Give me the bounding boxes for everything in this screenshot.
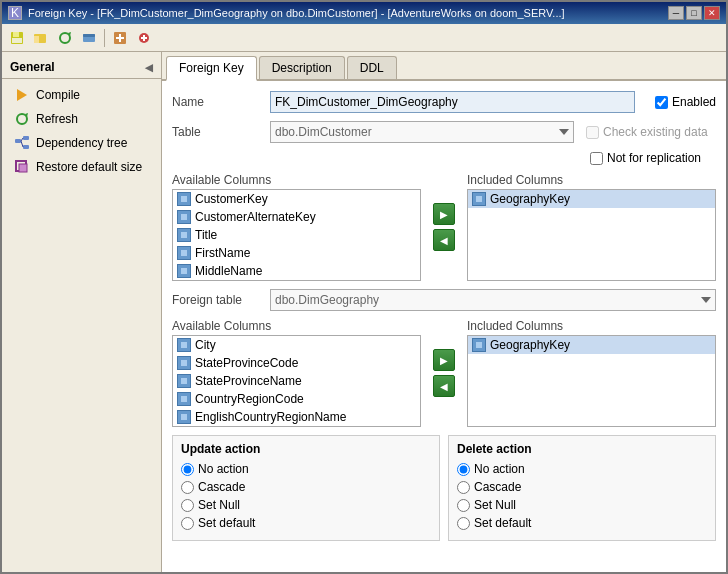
list-item[interactable]: CountryRegionCode: [173, 390, 420, 408]
tab-ddl[interactable]: DDL: [347, 56, 397, 79]
update-no-action-option[interactable]: No action: [181, 462, 431, 476]
toolbar-open-button[interactable]: [30, 27, 52, 49]
column-icon: [472, 338, 486, 352]
bottom-available-panel: Available Columns City StateProvinceCode: [172, 319, 421, 427]
sidebar-item-restore[interactable]: Restore default size: [2, 155, 161, 179]
dependency-icon: [14, 135, 30, 151]
move-left-bottom-button[interactable]: ◀: [433, 375, 455, 397]
delete-cascade-option[interactable]: Cascade: [457, 480, 707, 494]
minimize-button[interactable]: ─: [668, 6, 684, 20]
toolbar-save-button[interactable]: [6, 27, 28, 49]
toolbar-refresh-button[interactable]: [54, 27, 76, 49]
list-item[interactable]: EnglishCountryRegionName: [173, 408, 420, 426]
column-icon: [177, 356, 191, 370]
column-icon: [177, 228, 191, 242]
column-icon: [177, 192, 191, 206]
toolbar-btn5[interactable]: [109, 27, 131, 49]
check-existing-checkbox[interactable]: [586, 126, 599, 139]
svg-rect-26: [181, 196, 187, 202]
move-right-bottom-button[interactable]: ▶: [433, 349, 455, 371]
list-item[interactable]: MiddleName: [173, 262, 420, 280]
delete-setdefault-option[interactable]: Set default: [457, 516, 707, 530]
sidebar-item-dependency[interactable]: Dependency tree: [2, 131, 161, 155]
foreign-table-select[interactable]: dbo.DimGeography: [270, 289, 716, 311]
close-button[interactable]: ✕: [704, 6, 720, 20]
delete-setdefault-radio[interactable]: [457, 517, 470, 530]
svg-marker-16: [17, 89, 27, 101]
compile-icon: [14, 87, 30, 103]
sidebar-item-label-restore: Restore default size: [36, 160, 142, 174]
action-sections: Update action No action Cascade Set Null: [172, 435, 716, 541]
list-item[interactable]: CustomerKey: [173, 190, 420, 208]
delete-no-action-radio[interactable]: [457, 463, 470, 476]
update-setdefault-radio[interactable]: [181, 517, 194, 530]
top-columns-section: Available Columns CustomerKey CustomerAl…: [172, 173, 716, 281]
list-item[interactable]: StateProvinceName: [173, 372, 420, 390]
list-item[interactable]: StateProvinceCode: [173, 354, 420, 372]
update-action-title: Update action: [181, 442, 431, 456]
top-available-list[interactable]: CustomerKey CustomerAlternateKey Title: [172, 189, 421, 281]
move-left-top-button[interactable]: ◀: [433, 229, 455, 251]
toolbar-back-button[interactable]: [78, 27, 100, 49]
svg-rect-3: [13, 32, 19, 37]
update-cascade-radio[interactable]: [181, 481, 194, 494]
not-for-replication-checkbox[interactable]: [590, 152, 603, 165]
sidebar-item-compile[interactable]: Compile: [2, 83, 161, 107]
list-item[interactable]: CustomerAlternateKey: [173, 208, 420, 226]
list-item[interactable]: FirstName: [173, 244, 420, 262]
enabled-label: Enabled: [672, 95, 716, 109]
not-for-replication-row: Not for replication: [586, 151, 716, 165]
sidebar-item-refresh[interactable]: Refresh: [2, 107, 161, 131]
svg-rect-9: [83, 34, 95, 37]
bottom-available-list[interactable]: City StateProvinceCode StateProvinceName: [172, 335, 421, 427]
delete-setnull-radio[interactable]: [457, 499, 470, 512]
delete-no-action-label: No action: [474, 462, 525, 476]
toolbar-btn6[interactable]: [133, 27, 155, 49]
update-setnull-radio[interactable]: [181, 499, 194, 512]
delete-action-title: Delete action: [457, 442, 707, 456]
table-label: Table: [172, 125, 262, 139]
svg-rect-24: [19, 164, 27, 172]
name-input[interactable]: [270, 91, 635, 113]
update-action-section: Update action No action Cascade Set Null: [172, 435, 440, 541]
toolbar: [2, 24, 726, 52]
sidebar-item-label-dependency: Dependency tree: [36, 136, 127, 150]
svg-rect-30: [181, 232, 187, 238]
name-row: Name Enabled: [172, 91, 716, 113]
delete-cascade-label: Cascade: [474, 480, 521, 494]
table-select[interactable]: dbo.DimCustomer: [270, 121, 574, 143]
update-cascade-option[interactable]: Cascade: [181, 480, 431, 494]
tab-description[interactable]: Description: [259, 56, 345, 79]
svg-rect-4: [12, 38, 22, 43]
tabs-bar: Foreign Key Description DDL: [162, 52, 726, 81]
sidebar-collapse-button[interactable]: ◀: [145, 62, 153, 73]
window-title: Foreign Key - [FK_DimCustomer_DimGeograp…: [28, 7, 565, 19]
top-included-label: Included Columns: [467, 173, 716, 187]
update-cascade-label: Cascade: [198, 480, 245, 494]
column-icon: [177, 374, 191, 388]
enabled-checkbox-row: Enabled: [655, 95, 716, 109]
update-no-action-radio[interactable]: [181, 463, 194, 476]
maximize-button[interactable]: □: [686, 6, 702, 20]
list-item[interactable]: GeographyKey: [468, 190, 715, 208]
list-item[interactable]: GeographyKey: [468, 336, 715, 354]
delete-setnull-option[interactable]: Set Null: [457, 498, 707, 512]
delete-no-action-option[interactable]: No action: [457, 462, 707, 476]
sidebar: General ◀ Compile Refresh Dependency tr: [2, 52, 162, 572]
svg-rect-32: [181, 250, 187, 256]
column-icon: [472, 192, 486, 206]
update-setnull-option[interactable]: Set Null: [181, 498, 431, 512]
update-setdefault-option[interactable]: Set default: [181, 516, 431, 530]
bottom-included-list[interactable]: GeographyKey: [467, 335, 716, 427]
svg-rect-44: [181, 396, 187, 402]
main-window: K Foreign Key - [FK_DimCustomer_DimGeogr…: [0, 0, 728, 574]
column-icon: [177, 410, 191, 424]
list-item[interactable]: Title: [173, 226, 420, 244]
top-included-list[interactable]: GeographyKey: [467, 189, 716, 281]
delete-cascade-radio[interactable]: [457, 481, 470, 494]
svg-rect-19: [23, 136, 29, 140]
list-item[interactable]: City: [173, 336, 420, 354]
enabled-checkbox[interactable]: [655, 96, 668, 109]
tab-foreign-key[interactable]: Foreign Key: [166, 56, 257, 81]
move-right-top-button[interactable]: ▶: [433, 203, 455, 225]
